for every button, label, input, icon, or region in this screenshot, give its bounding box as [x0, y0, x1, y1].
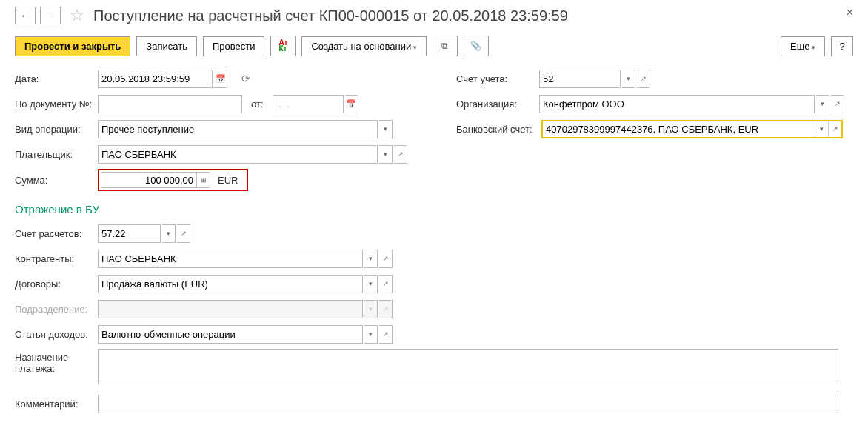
back-button[interactable]: ←	[15, 7, 36, 24]
ot-label: от:	[251, 99, 264, 110]
docdate-input[interactable]	[273, 95, 344, 113]
counterparty-label: Контрагенты:	[15, 253, 96, 264]
income-input[interactable]	[98, 325, 363, 344]
save-button[interactable]: Записать	[136, 36, 197, 56]
contract-dropdown-icon[interactable]: ▾	[364, 275, 378, 293]
close-icon[interactable]: ×	[847, 6, 853, 19]
more-button[interactable]: Еще	[781, 36, 825, 56]
contract-label: Договоры:	[15, 278, 96, 290]
subdiv-dropdown-icon: ▾	[364, 300, 378, 318]
counterparty-dropdown-icon[interactable]: ▾	[364, 250, 378, 268]
purpose-label: Назначение платежа:	[15, 349, 96, 374]
forward-button[interactable]: →	[40, 7, 61, 24]
settle-account-input[interactable]	[98, 224, 161, 243]
sum-calc-icon[interactable]: ⊞	[197, 172, 210, 188]
contract-input[interactable]	[98, 275, 363, 293]
optype-label: Вид операции:	[15, 124, 96, 135]
date-input[interactable]	[98, 70, 213, 88]
calendar-icon[interactable]: 📅	[214, 70, 227, 88]
page-title: Поступление на расчетный счет КП00-00001…	[93, 7, 568, 24]
sum-input[interactable]	[101, 172, 197, 188]
currency-label: EUR	[218, 175, 238, 186]
org-input[interactable]	[539, 95, 815, 113]
star-icon[interactable]: ☆	[70, 6, 84, 25]
account-right-input[interactable]	[539, 70, 621, 88]
comment-input[interactable]	[98, 395, 838, 413]
settle-account-dropdown-icon[interactable]: ▾	[162, 224, 176, 243]
account-right-dropdown-icon[interactable]: ▾	[622, 70, 635, 88]
create-based-on-button[interactable]: Создать на основании	[301, 36, 426, 56]
settle-account-open-icon[interactable]: ↗	[177, 224, 190, 243]
income-open-icon[interactable]: ↗	[379, 325, 393, 344]
subdiv-input	[98, 300, 363, 318]
post-button[interactable]: Провести	[203, 36, 265, 56]
org-label: Организация:	[456, 99, 538, 110]
payer-open-icon[interactable]: ↗	[394, 145, 407, 164]
attach-icon[interactable]: 📎	[464, 36, 489, 56]
account-right-open-icon[interactable]: ↗	[637, 70, 650, 88]
post-and-close-button[interactable]: Провести и закрыть	[15, 36, 130, 56]
bank-input[interactable]	[543, 121, 815, 137]
counterparty-input[interactable]	[98, 250, 363, 268]
sum-label: Сумма:	[15, 175, 96, 186]
subdiv-open-icon: ↗	[379, 300, 393, 318]
settle-account-label: Счет расчетов:	[15, 228, 96, 239]
account-right-label: Счет учета:	[456, 73, 538, 84]
sum-highlight: ⊞ EUR	[98, 169, 248, 191]
subdiv-label: Подразделение:	[15, 304, 96, 315]
optype-input[interactable]	[98, 120, 378, 138]
income-dropdown-icon[interactable]: ▾	[364, 325, 378, 344]
relations-icon[interactable]: ⧉	[433, 36, 458, 56]
payer-input[interactable]	[98, 145, 378, 164]
docnum-input[interactable]	[98, 95, 242, 113]
payer-dropdown-icon[interactable]: ▾	[379, 145, 393, 164]
bank-highlight: ▾ ↗	[541, 120, 843, 138]
bank-open-icon[interactable]: ↗	[828, 121, 841, 137]
bank-label: Банковский счет:	[456, 124, 540, 135]
org-open-icon[interactable]: ↗	[831, 95, 844, 113]
org-dropdown-icon[interactable]: ▾	[816, 95, 829, 113]
comment-label: Комментарий:	[15, 398, 96, 410]
section-title: Отражение в БУ	[15, 203, 853, 216]
income-label: Статья доходов:	[15, 329, 96, 340]
payer-label: Плательщик:	[15, 149, 96, 160]
docdate-calendar-icon[interactable]: 📅	[345, 95, 358, 113]
contract-open-icon[interactable]: ↗	[379, 275, 393, 293]
refresh-date-icon[interactable]: ⟳	[236, 70, 256, 87]
bank-dropdown-icon[interactable]: ▾	[815, 121, 828, 137]
optype-dropdown-icon[interactable]: ▾	[379, 120, 393, 138]
counterparty-open-icon[interactable]: ↗	[379, 250, 393, 268]
help-button[interactable]: ?	[831, 36, 853, 56]
docnum-label: По документу №:	[15, 99, 96, 110]
date-label: Дата:	[15, 73, 96, 84]
dtkt-icon[interactable]: АтКт	[270, 36, 296, 56]
purpose-textarea[interactable]	[98, 349, 838, 384]
